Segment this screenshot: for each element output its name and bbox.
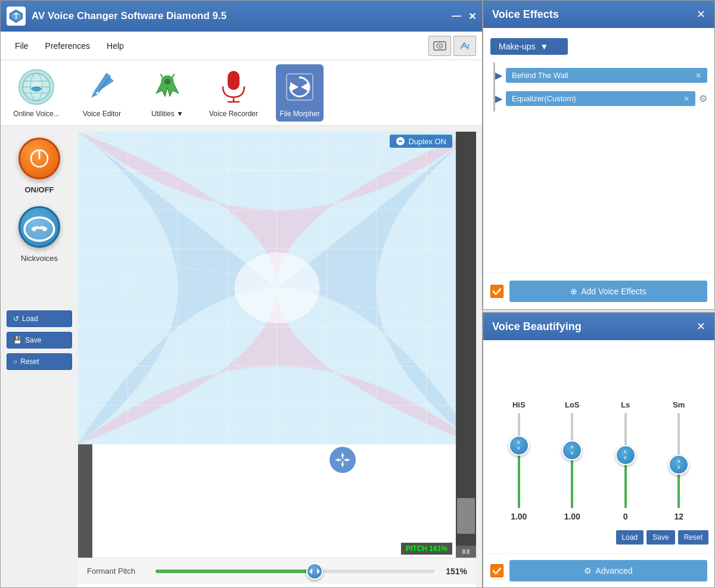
- his-value: 1.00: [511, 512, 527, 521]
- left-controls: ON/OFF Nickvoices ↺ Load 💾 Save: [1, 126, 78, 587]
- effect-arrow-0: ▶: [495, 70, 502, 81]
- slider-col-los: LoS ∧∨ 1.00: [563, 400, 581, 521]
- toolbar-utilities[interactable]: Utilities ▼: [144, 68, 191, 118]
- onoff-label: ON/OFF: [24, 185, 54, 194]
- los-slider[interactable]: ∧∨: [563, 413, 581, 508]
- reset-button[interactable]: ○ Reset: [7, 353, 72, 370]
- window-controls: — ✕: [452, 11, 476, 22]
- vertical-scrollbar[interactable]: [456, 132, 476, 558]
- advanced-button[interactable]: ⚙ Advanced: [509, 560, 707, 581]
- right-panel: Voice Effects ✕ Make-ups ▼ ▶ Behind The …: [483, 0, 715, 588]
- minimize-button[interactable]: —: [452, 11, 461, 22]
- toolbar-file-morpher[interactable]: File Morpher: [276, 64, 324, 122]
- ls-value: 0: [623, 512, 628, 521]
- vb-checkbox[interactable]: [490, 564, 503, 577]
- morph-canvas[interactable]: 72% TIBRE: [78, 132, 476, 558]
- svg-rect-11: [228, 71, 240, 90]
- formant-slider-thumb[interactable]: [306, 563, 323, 580]
- menu-bar: File Preferences Help: [1, 32, 482, 60]
- voice-recorder-icon: [214, 68, 253, 106]
- voice-beautifying-panel: Voice Beautifying ✕ HiS ∧∨ 1: [483, 312, 715, 588]
- save-button[interactable]: 💾 Save: [7, 332, 72, 349]
- voice-beautifying-footer: ⚙ Advanced: [483, 553, 714, 587]
- icon-btn-1[interactable]: [428, 36, 451, 56]
- voice-editor-label: Voice Editor: [83, 110, 121, 118]
- svg-point-21: [42, 227, 46, 231]
- toolbar-online-voice[interactable]: Online Voice...: [13, 68, 60, 118]
- scroll-indicator[interactable]: [456, 546, 476, 558]
- main-content: ON/OFF Nickvoices ↺ Load 💾 Save: [1, 126, 482, 587]
- sliders-row: HiS ∧∨ 1.00 LoS: [489, 349, 708, 527]
- formant-slider-track[interactable]: [156, 570, 434, 573]
- svg-marker-46: [346, 458, 349, 462]
- svg-point-3: [439, 45, 441, 46]
- duplex-text: Duplex ON: [408, 137, 446, 146]
- vb-load-button[interactable]: Load: [616, 530, 644, 545]
- svg-marker-16: [301, 82, 309, 92]
- file-morpher-label: File Morpher: [279, 110, 319, 118]
- svg-marker-49: [309, 568, 312, 574]
- duplex-badge[interactable]: Duplex ON: [390, 135, 452, 148]
- left-panel: AV Voice Changer Software Diamond 9.5 — …: [0, 0, 483, 588]
- file-morpher-icon: [281, 68, 319, 106]
- voice-effects-title: Voice Effects: [492, 8, 559, 21]
- effect-item-0: ▶ Behind The Wall ✕: [495, 66, 707, 85]
- menu-file[interactable]: File: [7, 38, 37, 54]
- gear-icon-0[interactable]: ⚙: [699, 93, 707, 104]
- formant-row: Formant Pitch 151%: [78, 558, 476, 584]
- crosshair[interactable]: [328, 446, 357, 474]
- svg-marker-44: [341, 463, 344, 466]
- action-buttons: ↺ Load 💾 Save ○ Reset: [7, 310, 72, 370]
- svg-marker-15: [290, 82, 299, 92]
- ls-label: Ls: [621, 400, 630, 409]
- makeups-dropdown[interactable]: Make-ups ▼: [490, 38, 568, 55]
- slider-col-ls: Ls ∧∨ 0: [617, 400, 635, 521]
- voice-beautifying-title-bar: Voice Beautifying ✕: [483, 313, 714, 340]
- load-button[interactable]: ↺ Load: [7, 310, 72, 327]
- sm-slider[interactable]: ∧∨: [670, 413, 688, 508]
- vb-save-button[interactable]: Save: [646, 530, 674, 545]
- toolbar-row: Online Voice... Voice Editor: [1, 60, 482, 126]
- advanced-icon: ⚙: [584, 566, 592, 575]
- los-value: 1.00: [564, 512, 580, 521]
- vb-reset-button[interactable]: Reset: [678, 530, 708, 545]
- ls-slider[interactable]: ∧∨: [617, 413, 635, 508]
- reset-icon: ○: [13, 357, 17, 366]
- slider-col-sm: Sm ∧∨ 12: [670, 400, 688, 521]
- voice-effects-panel: Voice Effects ✕ Make-ups ▼ ▶ Behind The …: [483, 0, 715, 310]
- voice-beautifying-title: Voice Beautifying: [492, 321, 582, 333]
- add-voice-effects-button[interactable]: ⊕ Add Voice Effects: [509, 281, 707, 302]
- menu-help[interactable]: Help: [98, 38, 132, 54]
- effect-arrow-1: ▶: [495, 93, 502, 104]
- his-label: HiS: [512, 400, 526, 409]
- formant-value: 151%: [443, 567, 467, 576]
- voice-editor-icon: [83, 68, 121, 106]
- toolbar-voice-recorder[interactable]: Voice Recorder: [209, 68, 258, 118]
- formant-slider-fill: [156, 570, 323, 573]
- load-icon: ↺: [13, 315, 19, 323]
- effect-close-0[interactable]: ✕: [695, 71, 701, 80]
- dropdown-arrow: ▼: [540, 42, 548, 51]
- his-slider[interactable]: ∧∨: [510, 413, 528, 508]
- toolbar-voice-editor[interactable]: Voice Editor: [78, 68, 126, 118]
- svg-rect-48: [467, 549, 470, 554]
- nickvoices-button[interactable]: [18, 206, 60, 248]
- menu-preferences[interactable]: Preferences: [37, 38, 98, 54]
- voice-recorder-label: Voice Recorder: [209, 110, 258, 118]
- voice-beautifying-content: HiS ∧∨ 1.00 LoS: [483, 340, 714, 553]
- svg-marker-45: [336, 458, 339, 462]
- svg-marker-43: [341, 453, 344, 456]
- slider-col-his: HiS ∧∨ 1.00: [510, 400, 528, 521]
- toolbar-icons: [428, 36, 476, 56]
- pitch-badge: PITCH 161%: [401, 543, 452, 555]
- power-button[interactable]: [18, 138, 60, 179]
- svg-point-10: [164, 79, 170, 85]
- formant-label: Formant Pitch: [87, 567, 147, 575]
- sm-value: 12: [674, 512, 683, 521]
- ve-checkbox[interactable]: [490, 285, 503, 298]
- icon-btn-2[interactable]: [453, 36, 476, 56]
- voice-beautifying-close[interactable]: ✕: [697, 320, 705, 333]
- close-button[interactable]: ✕: [468, 11, 476, 22]
- effect-close-1[interactable]: ✕: [683, 95, 689, 103]
- voice-effects-close[interactable]: ✕: [697, 8, 705, 21]
